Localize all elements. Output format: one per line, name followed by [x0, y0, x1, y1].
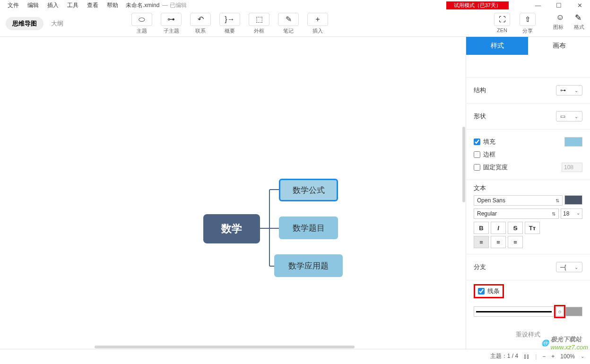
fixed-width-checkbox[interactable]	[474, 164, 480, 171]
zoom-chevron[interactable]: ⌄	[581, 354, 584, 359]
branch-icon: ─{	[560, 264, 566, 270]
case-button[interactable]: Tт	[525, 222, 540, 234]
line-highlight: 线条	[474, 284, 504, 298]
font-weight-select[interactable]: Regular⇅	[474, 208, 559, 219]
fill-color[interactable]	[564, 137, 582, 147]
sub-node-3[interactable]: 数学应用题	[274, 254, 343, 277]
tab-style[interactable]: 样式	[466, 37, 528, 55]
tool-note[interactable]: ✎笔记	[276, 13, 301, 35]
zoom-out[interactable]: −	[542, 353, 546, 360]
chevron-icon: ⇅	[552, 211, 555, 217]
line-width-spinner[interactable]: ◇	[556, 307, 564, 316]
strike-button[interactable]: S	[508, 222, 523, 234]
zoom-level: 100%	[560, 353, 575, 360]
tool-topic[interactable]: ⬭主题	[130, 13, 154, 35]
relation-icon: ↶	[190, 13, 211, 26]
minimize-button[interactable]: —	[528, 0, 548, 10]
format-panel: 样式 画布 结构 ⊶⌄ 形状 ▭⌄ 填充 边框 固定宽度 文本 Open San…	[466, 37, 590, 349]
tool-summary[interactable]: }→概要	[217, 13, 242, 35]
chevron-down-icon: ⌄	[574, 114, 578, 119]
align-center[interactable]: ≡	[491, 236, 506, 248]
boundary-icon: ⬚	[249, 13, 269, 26]
branch-select[interactable]: ─{⌄	[556, 262, 582, 272]
menu-file[interactable]: 文件	[4, 0, 23, 10]
scrollbar-horizontal[interactable]	[95, 346, 355, 348]
menu-view[interactable]: 查看	[83, 0, 102, 10]
share-button[interactable]: ⇧分享	[518, 13, 537, 35]
topic-icon: ⬭	[131, 13, 152, 26]
align-left[interactable]: ≡	[474, 236, 489, 248]
fixed-width-input	[562, 163, 582, 172]
doc-name: 未命名.xmind	[126, 1, 159, 9]
shape-icon: ▭	[560, 113, 565, 120]
chevron-down-icon: ⌄	[574, 88, 578, 93]
font-select[interactable]: Open Sans⇅	[474, 195, 563, 206]
zoom-in[interactable]: +	[551, 353, 555, 360]
tool-subtopic[interactable]: ⊶子主题	[159, 13, 183, 35]
emoji-icon[interactable]: ☺	[556, 13, 564, 23]
chevron-down-icon: ⌄	[574, 265, 578, 270]
summary-icon: }→	[219, 13, 240, 26]
emoji-label: 图标	[553, 24, 564, 31]
watermark-logo-icon: 🌐	[541, 339, 549, 347]
topic-count: 主题：1 / 4	[490, 352, 518, 360]
font-size-select[interactable]: 18⌄	[561, 208, 582, 219]
trial-badge: 试用模式（已37天）	[446, 1, 509, 9]
structure-icon: ⊶	[560, 87, 566, 94]
menu-help[interactable]: 帮助	[103, 0, 122, 10]
doc-edited: — 已编辑	[162, 1, 186, 9]
structure-label: 结构	[474, 86, 486, 95]
view-outline[interactable]: 大纲	[51, 19, 63, 28]
bold-button[interactable]: B	[474, 222, 489, 234]
canvas[interactable]: 数学 数学公式 数学题目 数学应用题	[0, 37, 466, 349]
tab-canvas[interactable]: 画布	[528, 37, 590, 55]
line-preview	[476, 311, 552, 312]
zen-icon: ⛶	[494, 13, 510, 26]
toolbar: 思维导图 大纲 ⬭主题 ⊶子主题 ↶联系 }→概要 ⬚外框 ✎笔记 +插入 ⛶Z…	[0, 10, 590, 37]
border-label: 边框	[483, 150, 495, 159]
subtopic-icon: ⊶	[161, 13, 182, 26]
menu-tools[interactable]: 工具	[63, 0, 82, 10]
chevron-icon: ⇅	[555, 198, 559, 203]
tool-relation[interactable]: ↶联系	[188, 13, 213, 35]
fill-checkbox[interactable]	[474, 139, 480, 145]
line-checkbox[interactable]	[478, 288, 485, 295]
italic-button[interactable]: I	[491, 222, 506, 234]
titlebar: 文件 编辑 插入 工具 查看 帮助 未命名.xmind — 已编辑 试用模式（已…	[0, 0, 590, 10]
fixed-width-label: 固定宽度	[483, 163, 508, 172]
statusbar: 主题：1 / 4 ⫿⫿ | − + 100% ⌄	[0, 349, 590, 363]
zen-button[interactable]: ⛶ZEN	[493, 13, 512, 35]
tool-insert[interactable]: +插入	[305, 13, 330, 35]
branch-label: 分支	[474, 263, 486, 271]
sub-node-2[interactable]: 数学题目	[279, 217, 338, 239]
shape-label: 形状	[474, 112, 486, 121]
view-mindmap[interactable]: 思维导图	[6, 17, 43, 30]
sub-node-1[interactable]: 数学公式	[279, 179, 338, 201]
map-icon[interactable]: ⫿⫿	[524, 353, 529, 360]
share-icon: ⇧	[520, 13, 536, 26]
format-icon[interactable]: ✎	[575, 13, 581, 23]
menu-bar: 文件 编辑 插入 工具 查看 帮助	[0, 0, 122, 10]
scrollbar-vertical[interactable]	[462, 127, 465, 202]
close-button[interactable]: ✕	[569, 0, 590, 10]
border-checkbox[interactable]	[474, 151, 480, 158]
format-label: 格式	[574, 24, 584, 31]
toolbar-tools: ⬭主题 ⊶子主题 ↶联系 }→概要 ⬚外框 ✎笔记 +插入	[130, 13, 330, 35]
maximize-button[interactable]: ☐	[548, 0, 569, 10]
text-label: 文本	[474, 184, 582, 192]
menu-insert[interactable]: 插入	[43, 0, 62, 10]
text-color[interactable]	[564, 195, 582, 205]
fill-label: 填充	[483, 138, 495, 146]
line-label: 线条	[487, 287, 500, 295]
insert-icon: +	[307, 13, 328, 26]
root-node[interactable]: 数学	[203, 214, 260, 243]
menu-edit[interactable]: 编辑	[24, 0, 43, 10]
chevron-down-icon: ⌄	[576, 210, 580, 217]
tool-boundary[interactable]: ⬚外框	[247, 13, 271, 35]
note-icon: ✎	[278, 13, 299, 26]
shape-select[interactable]: ▭⌄	[556, 111, 582, 121]
watermark: 🌐 极光下载站 www.xz7.com	[541, 335, 588, 351]
align-right[interactable]: ≡	[508, 236, 523, 248]
line-color[interactable]	[565, 307, 582, 316]
structure-select[interactable]: ⊶⌄	[556, 85, 582, 95]
